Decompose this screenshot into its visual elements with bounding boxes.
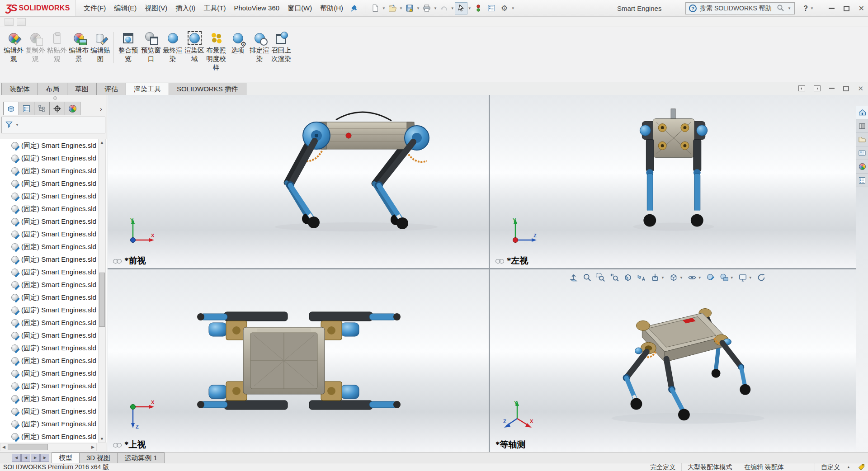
menu-item[interactable]: 编辑(E)	[110, 0, 141, 16]
pin-icon[interactable]	[351, 5, 358, 12]
settings-gear-icon[interactable]: ⚙	[498, 2, 511, 14]
ribbon-button[interactable]: 预览窗口	[140, 32, 162, 63]
vertical-scroll-thumb[interactable]	[99, 273, 105, 327]
menu-item[interactable]: 插入(I)	[171, 0, 199, 16]
save-button[interactable]	[403, 2, 416, 14]
ribbon-button[interactable]: 召回上次渲染	[270, 32, 292, 63]
close-button[interactable]: ✕	[859, 5, 864, 12]
tree-item[interactable]: (固定) Smart Engines.sld	[0, 253, 107, 266]
document-tab[interactable]: 3D 视图	[79, 452, 118, 463]
open-document-button[interactable]	[386, 2, 399, 14]
search-input[interactable]: 搜索 SOLIDWORKS 帮助	[700, 5, 774, 13]
view-settings-icon[interactable]: ▼	[738, 273, 752, 282]
tree-item[interactable]: (固定) Smart Engines.sld	[0, 329, 107, 342]
previous-view-icon[interactable]	[610, 273, 619, 282]
tree-item[interactable]: (固定) Smart Engines.sld	[0, 392, 107, 405]
robot-model-left-view[interactable]	[490, 95, 868, 268]
command-tab[interactable]: SOLIDWORKS 插件	[169, 83, 246, 95]
ribbon-button[interactable]: 排定渲染	[249, 32, 270, 63]
dimxpertmanager-tab[interactable]	[49, 102, 65, 115]
zoom-to-area-icon[interactable]	[596, 273, 605, 282]
tree-item[interactable]: (固定) Smart Engines.sld	[0, 430, 107, 443]
menu-item[interactable]: 文件(F)	[80, 0, 110, 16]
command-tab[interactable]: 草图	[67, 83, 97, 95]
ribbon-button[interactable]: 编辑贴图	[90, 32, 111, 63]
status-custom-dropdown[interactable]: 自定义	[815, 463, 846, 471]
tree-item[interactable]: (固定) Smart Engines.sld	[0, 139, 107, 152]
help-search-box[interactable]: ? 搜索 SOLIDWORKS 帮助 ▼	[685, 2, 795, 14]
filter-caret-icon[interactable]: ▼	[15, 123, 19, 127]
split-pane-right-icon[interactable]	[814, 85, 821, 91]
select-tool-caret-icon[interactable]: ▼	[468, 6, 472, 10]
last-tab-icon[interactable]: ▶	[40, 454, 49, 462]
ribbon-button[interactable]: 粘贴外观	[46, 32, 68, 63]
document-tab[interactable]: 运动算例 1	[117, 452, 165, 463]
scroll-right-icon[interactable]: ▶	[90, 443, 96, 451]
tree-item[interactable]: (固定) Smart Engines.sld	[0, 316, 107, 329]
first-tab-icon[interactable]: ◀	[12, 454, 21, 462]
view-settings-caret-icon[interactable]: ▼	[749, 276, 752, 280]
minimize-button[interactable]	[829, 8, 835, 9]
display-style-icon[interactable]: ▼	[669, 273, 683, 282]
print-caret-icon[interactable]: ▼	[434, 6, 437, 10]
viewport-vertical-splitter[interactable]	[489, 95, 490, 452]
viewport-front[interactable]: Y X *前视	[108, 95, 489, 268]
tree-item[interactable]: (固定) Smart Engines.sld	[0, 240, 107, 253]
help-menu-button[interactable]: ?▼	[803, 0, 814, 17]
dynamic-annotation-icon[interactable]	[637, 273, 646, 282]
edit-appearance-icon[interactable]	[706, 273, 715, 282]
tree-item[interactable]: (固定) Smart Engines.sld	[0, 203, 107, 215]
hide-show-caret-icon[interactable]: ▼	[698, 276, 702, 280]
file-explorer-tab[interactable]	[856, 133, 868, 146]
interference-check-button[interactable]	[472, 2, 485, 14]
tree-filter-bar[interactable]: ▼	[1, 117, 105, 133]
next-tab-icon[interactable]: ▶	[31, 454, 40, 462]
command-tab[interactable]: 评估	[96, 83, 126, 95]
tree-item[interactable]: (固定) Smart Engines.sld	[0, 215, 107, 228]
menu-item[interactable]: 工具(T)	[199, 0, 230, 16]
document-restore-button[interactable]	[843, 86, 849, 91]
command-tab[interactable]: 渲染工具	[126, 83, 169, 95]
panel-expand-icon[interactable]: ›	[100, 105, 102, 113]
document-tab[interactable]: 模型	[52, 452, 80, 463]
ribbon-button[interactable]: 整合预览	[113, 32, 140, 63]
design-library-tab[interactable]	[856, 119, 868, 133]
tree-item[interactable]: (固定) Smart Engines.sld	[0, 380, 107, 392]
select-tool-button[interactable]	[455, 2, 467, 14]
document-close-button[interactable]: ✕	[858, 85, 863, 92]
new-document-caret-icon[interactable]: ▼	[382, 6, 386, 10]
menu-item[interactable]: 窗口(W)	[283, 0, 316, 16]
options-form-button[interactable]	[485, 2, 498, 14]
appearances-scenes-tab[interactable]	[856, 160, 868, 174]
tree-item[interactable]: (固定) Smart Engines.sld	[0, 418, 107, 430]
menu-item[interactable]: PhotoView 360	[230, 0, 283, 16]
previous-tab-icon[interactable]: ◀	[21, 454, 30, 462]
undo-button[interactable]	[438, 2, 450, 14]
viewport-isometric[interactable]: ▼ ▼ ▼ ▼ ▼ Y X Z *等轴测	[490, 269, 868, 452]
viewport-top[interactable]: Z X *上视	[108, 269, 489, 452]
custom-properties-tab[interactable]	[856, 174, 868, 187]
horizontal-scroll-thumb[interactable]	[8, 444, 48, 450]
menu-item[interactable]: 视图(V)	[141, 0, 171, 16]
apply-scene-caret-icon[interactable]: ▼	[730, 276, 734, 280]
ribbon-button[interactable]: 编辑外观	[3, 32, 24, 63]
ribbon-button[interactable]: 渲染区域	[184, 32, 205, 63]
configurationmanager-tab[interactable]	[34, 102, 50, 115]
featuremanager-tab[interactable]	[3, 102, 19, 115]
display-style-caret-icon[interactable]: ▼	[679, 276, 683, 280]
ribbon-button[interactable]: 布景照明度校样	[205, 32, 227, 72]
tree-item[interactable]: (固定) Smart Engines.sld	[0, 165, 107, 177]
ribbon-button[interactable]: 最终渲染	[162, 32, 184, 63]
tree-item[interactable]: (固定) Smart Engines.sld	[0, 278, 107, 291]
command-tab[interactable]: 布局	[38, 83, 67, 95]
robot-model-top-view[interactable]	[108, 269, 489, 452]
panel-splitter-handle[interactable]	[0, 95, 107, 100]
tree-item[interactable]: (固定) Smart Engines.sld	[0, 190, 107, 203]
rotate-view-icon[interactable]	[757, 273, 766, 282]
document-minimize-button[interactable]	[829, 88, 835, 89]
tree-item[interactable]: (固定) Smart Engines.sld	[0, 342, 107, 354]
task-pane-home-tab[interactable]	[856, 106, 868, 119]
search-caret-icon[interactable]: ▼	[788, 6, 791, 10]
view-palette-tab[interactable]	[856, 146, 868, 160]
settings-caret-icon[interactable]: ▼	[511, 6, 515, 10]
